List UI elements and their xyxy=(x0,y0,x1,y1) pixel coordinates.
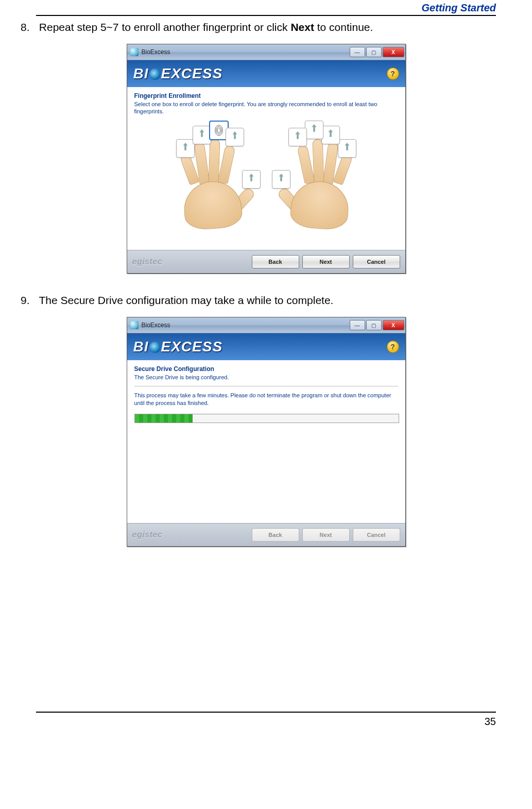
info-text: This process may take a few minutes. Ple… xyxy=(134,392,398,407)
right-hand xyxy=(274,125,377,228)
section-title: Secure Drive Configuration xyxy=(134,365,398,373)
dialog-secure-drive-config: BioExcess — ▢ X BIEXCESS ? Secure Drive … xyxy=(127,317,406,547)
progress-bar xyxy=(134,414,399,423)
footer-brand: egistec xyxy=(132,530,163,540)
step-8-text-a: Repeat step 5~7 to enroll another finger… xyxy=(39,21,291,33)
left-thumb-box[interactable] xyxy=(242,170,261,189)
brand-bi: BI xyxy=(133,65,149,81)
right-pinky-box[interactable] xyxy=(338,139,356,158)
page-footer: 35 xyxy=(36,712,496,743)
step-8-bold: Next xyxy=(290,21,314,33)
brand-rest: EXCESS xyxy=(161,339,223,355)
step-9: 9. The Secure Drive configuration may ta… xyxy=(21,294,496,307)
brand-logo: BIEXCESS xyxy=(133,339,223,355)
brand-logo: BIEXCESS xyxy=(133,65,223,82)
right-index-box[interactable] xyxy=(288,128,307,146)
maximize-button[interactable]: ▢ xyxy=(366,320,382,330)
close-button[interactable]: X xyxy=(383,47,404,57)
next-button[interactable]: Next xyxy=(302,255,350,268)
hands-area xyxy=(134,125,398,228)
back-button: Back xyxy=(252,528,299,542)
fingerprint-icon xyxy=(213,124,225,137)
app-icon xyxy=(130,321,139,329)
divider xyxy=(134,386,398,386)
step-9-number: 9. xyxy=(21,294,36,307)
right-thumb-box[interactable] xyxy=(272,170,290,189)
dialog-body: Fingerprint Enrollment Select one box to… xyxy=(127,87,405,250)
next-button: Next xyxy=(302,528,350,542)
left-hand xyxy=(156,125,259,228)
dialog-fingerprint-enrollment: BioExcess — ▢ X BIEXCESS ? Fingerprint E… xyxy=(127,44,406,274)
progress-fill xyxy=(135,414,193,423)
step-8: 8. Repeat step 5~7 to enroll another fin… xyxy=(21,21,496,33)
section-title: Fingerprint Enrollment xyxy=(134,92,398,99)
close-button[interactable]: X xyxy=(383,320,404,330)
right-ring-box[interactable] xyxy=(321,126,340,144)
page-header: Getting Started xyxy=(36,0,496,16)
step-8-text-b: to continue. xyxy=(314,21,373,33)
titlebar: BioExcess — ▢ X xyxy=(127,44,405,60)
app-icon xyxy=(130,48,139,56)
dialog-footer: egistec Back Next Cancel xyxy=(127,250,405,273)
brand-o-icon xyxy=(149,69,161,80)
right-middle-box[interactable] xyxy=(305,121,323,139)
page-number: 35 xyxy=(485,716,496,727)
minimize-button[interactable]: — xyxy=(350,47,365,57)
svg-point-2 xyxy=(217,128,220,132)
step-8-number: 8. xyxy=(21,21,36,33)
step-9-text: The Secure Drive configuration may take … xyxy=(39,294,333,306)
brand-rest: EXCESS xyxy=(161,65,223,81)
titlebar: BioExcess — ▢ X xyxy=(127,317,405,333)
left-palm-icon xyxy=(182,179,243,231)
brand-bi: BI xyxy=(133,339,149,355)
cancel-button: Cancel xyxy=(353,528,400,542)
window-title: BioExcess xyxy=(142,322,349,329)
back-button[interactable]: Back xyxy=(252,255,299,268)
dialog-footer: egistec Back Next Cancel xyxy=(127,523,405,546)
page-header-text: Getting Started xyxy=(422,2,496,13)
left-ring-box[interactable] xyxy=(193,126,211,144)
section-subtitle: Select one box to enroll or delete finge… xyxy=(134,100,398,115)
brand-bar: BIEXCESS ? xyxy=(127,60,405,87)
window-title: BioExcess xyxy=(142,48,349,56)
left-pinky-box[interactable] xyxy=(176,139,195,158)
dialog-body: Secure Drive Configuration The Secure Dr… xyxy=(127,360,405,523)
cancel-button[interactable]: Cancel xyxy=(353,255,400,268)
right-index-icon xyxy=(297,144,315,184)
left-index-box[interactable] xyxy=(226,128,244,146)
brand-o-icon xyxy=(149,342,161,353)
brand-bar: BIEXCESS ? xyxy=(127,333,405,360)
minimize-button[interactable]: — xyxy=(350,320,365,330)
right-palm-icon xyxy=(289,179,350,231)
svg-point-1 xyxy=(216,126,221,134)
help-button[interactable]: ? xyxy=(387,341,399,353)
maximize-button[interactable]: ▢ xyxy=(366,47,382,57)
help-button[interactable]: ? xyxy=(387,68,399,80)
section-subtitle: The Secure Drive is being configured. xyxy=(134,374,398,381)
left-index-icon xyxy=(217,144,235,184)
footer-brand: egistec xyxy=(132,257,163,266)
